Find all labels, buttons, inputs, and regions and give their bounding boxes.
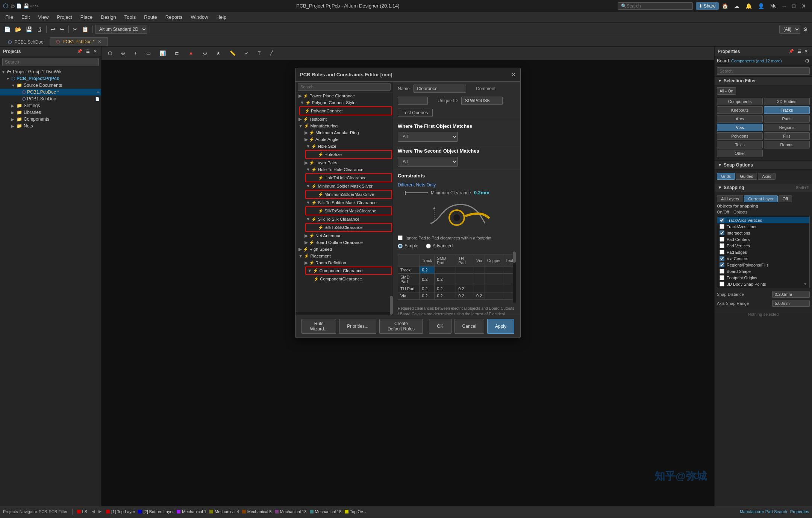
pcb-tool-route[interactable]: ⊕	[118, 49, 129, 58]
cell-th-track[interactable]: 0.2	[420, 285, 435, 292]
snap-options-header[interactable]: ▼ Snap Options	[715, 161, 812, 170]
rule-net-antennae[interactable]: ▶ ⚡ Net Antennae	[298, 232, 393, 239]
close-button[interactable]: ✕	[798, 2, 809, 10]
title-search-input[interactable]	[627, 3, 672, 9]
rule-cat-h2h[interactable]: ▼ ⚡ Hole To Hole Clearance	[304, 166, 393, 173]
pcb-tool-chart[interactable]: 📊	[156, 49, 169, 58]
priorities-button[interactable]: Priorities...	[339, 319, 376, 334]
rule-comp-clearance-sub[interactable]: ⚡ ComponentClearance	[304, 275, 393, 283]
panel-pin[interactable]: 📌	[76, 48, 83, 54]
toolbar-cut[interactable]: ✂	[71, 25, 79, 33]
snap-obj-footprint-origins[interactable]: Footprint Origins	[717, 274, 809, 281]
cell-track-track[interactable]: 0.2	[420, 267, 435, 274]
tree-project-group[interactable]: ▼ 🗁 Project Group 1.DsnWrk	[0, 68, 101, 75]
snap-obj-via-centers[interactable]: Via Centers	[717, 255, 809, 262]
panel-close[interactable]: ✕	[92, 48, 98, 54]
selection-filter-header[interactable]: ▼ Selection Filter	[715, 77, 812, 85]
share-button[interactable]: ⬆ Share	[696, 2, 719, 10]
rule-cat-testpoint[interactable]: ▶ ⚡ Testpoint	[295, 116, 393, 123]
cell-via-smd[interactable]: 0.2	[435, 292, 456, 300]
cell-via-th[interactable]: 0.2	[456, 292, 474, 300]
rule-h2h-sub[interactable]: ⚡ HoleToHoleClearance	[305, 173, 392, 182]
toolbar-layers-config[interactable]: ⚙	[801, 25, 810, 33]
notify-button[interactable]: 🔔	[742, 2, 755, 10]
cell-via-via[interactable]: 0.2	[474, 292, 485, 300]
rule-cat-manufacturing[interactable]: ▼ ⚡ Manufacturing	[295, 123, 393, 129]
filter-regions[interactable]: Regions	[764, 124, 810, 131]
rule-polygon-connect[interactable]: ⚡ PolygonConnect	[299, 106, 392, 115]
apply-button[interactable]: Apply	[487, 319, 514, 334]
pcb-tool-diff[interactable]: ⊏	[171, 49, 182, 58]
filter-3d-bodies[interactable]: 3D Bodies	[764, 98, 810, 105]
snap-obj-3d-body[interactable]: 3D Body Snap Points ▼	[717, 281, 809, 287]
rule-cat-polygon-connect[interactable]: ▼ ⚡ Polygon Connect Style	[298, 99, 393, 106]
layer-mech13[interactable]: Mechanical 13	[275, 509, 307, 514]
projects-search-input[interactable]	[2, 58, 99, 66]
pcb-tool-drc[interactable]: ✓	[241, 49, 252, 58]
pcb-tool-select[interactable]: ⬡	[105, 49, 115, 58]
toolbar-print[interactable]: 🖨	[35, 25, 44, 33]
menu-file[interactable]: File	[2, 14, 17, 21]
snap-guides-tab[interactable]: Guides	[736, 173, 757, 180]
rule-hole-size-sub[interactable]: ⚡ HoleSize	[305, 150, 392, 159]
bottom-navigator[interactable]: Navigator	[20, 509, 37, 514]
snap-obj-pad-vertices[interactable]: Pad Vertices	[717, 242, 809, 249]
tree-pcbdoc[interactable]: ⬡ PCB1.PcbDoc * ✏	[0, 89, 101, 95]
menu-help[interactable]: Help	[213, 14, 230, 21]
snap-check-pad-vertices[interactable]	[720, 243, 724, 248]
snap-check-3d-body[interactable]	[720, 282, 724, 286]
rule-cat-min-solder[interactable]: ▼ ⚡ Minimum Solder Mask Sliver	[304, 183, 393, 189]
dialog-close-button[interactable]: ✕	[511, 71, 516, 78]
menu-view[interactable]: View	[34, 14, 52, 21]
title-search[interactable]: 🔍	[618, 2, 693, 10]
user-button[interactable]: 👤	[755, 2, 767, 10]
cell-th-th[interactable]: 0.2	[456, 285, 474, 292]
where-second-dropdown[interactable]: All	[398, 157, 458, 167]
simple-radio[interactable]: Simple	[398, 243, 418, 248]
snap-grids-tab[interactable]: Grids	[717, 173, 735, 180]
menu-window[interactable]: Window	[187, 14, 212, 21]
tree-schdoc[interactable]: ⬡ PCB1.SchDoc 📄	[0, 95, 101, 102]
next-layer-btn[interactable]: ▶	[97, 509, 103, 514]
current-layer-tab[interactable]: Current Layer	[744, 195, 777, 202]
filter-arcs[interactable]: Arcs	[717, 115, 763, 123]
pcb-tool-rect[interactable]: ▭	[143, 49, 154, 58]
uid-input[interactable]	[461, 97, 503, 105]
snap-obj-track-vertices[interactable]: Track/Arcs Vertices	[717, 217, 809, 223]
filter-other[interactable]: Other	[717, 150, 763, 157]
menu-design[interactable]: Design	[97, 14, 120, 21]
snapping-header[interactable]: ▼ Snapping Shift+E	[715, 183, 812, 192]
pcb-tool-place[interactable]: +	[131, 49, 141, 58]
rule-cat-high-speed[interactable]: ▶ ⚡ High Speed	[295, 246, 393, 253]
snap-off-tab[interactable]: Off	[779, 195, 792, 202]
rule-cat-power-plane[interactable]: ▶ ⚡ Power Plane Clearance	[295, 92, 393, 99]
snap-check-via-centers[interactable]	[720, 256, 724, 261]
filter-texts[interactable]: Texts	[717, 141, 763, 148]
toolbar-open[interactable]: 📂	[13, 25, 23, 33]
snap-check-footprint-origins[interactable]	[720, 275, 724, 280]
cell-th-smd[interactable]: 0.2	[435, 285, 456, 292]
manufacturer-search-btn[interactable]: Manufacturer Part Search	[740, 509, 787, 514]
bottom-projects[interactable]: Projects	[3, 509, 18, 514]
properties-search-input[interactable]	[717, 67, 810, 75]
table-scroll-thumb[interactable]	[513, 251, 516, 263]
layer-top[interactable]: [1] Top Layer	[106, 509, 135, 514]
minimize-button[interactable]: ─	[780, 2, 789, 10]
properties-pin[interactable]: 📌	[788, 48, 795, 54]
menu-place[interactable]: Place	[77, 14, 97, 21]
snap-check-pad-centers[interactable]	[720, 237, 724, 242]
table-scrollbar[interactable]	[513, 251, 516, 303]
snap-obj-regions[interactable]: Regions/Polygons/Fills	[717, 262, 809, 268]
filter-fills[interactable]: Fills	[764, 132, 810, 140]
all-on-button[interactable]: All - On	[717, 87, 736, 95]
filter-rooms[interactable]: Rooms	[764, 141, 810, 148]
layer-mech15[interactable]: Mechanical 15	[310, 509, 342, 514]
ignore-pad-checkbox[interactable]	[398, 235, 403, 240]
toolbar-undo[interactable]: ↩	[49, 25, 57, 33]
tree-settings[interactable]: ▶ 📁 Settings	[0, 102, 101, 109]
snap-check-regions[interactable]	[720, 262, 724, 267]
snap-check-track-lines[interactable]	[720, 224, 724, 229]
snap-check-pad-edges[interactable]	[720, 250, 724, 254]
signin-button[interactable]: Me	[767, 2, 780, 10]
rule-cat-hole-size[interactable]: ▼ ⚡ Hole Size	[304, 143, 393, 150]
